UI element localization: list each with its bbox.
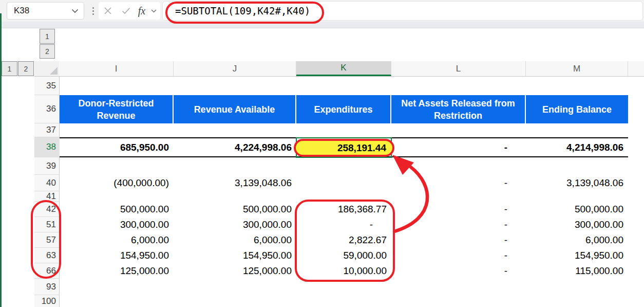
column-header-partial[interactable] [628, 61, 644, 76]
row-header-63[interactable]: 63 [34, 248, 60, 263]
row-header-39[interactable]: 39 [34, 157, 60, 175]
cell-I57[interactable]: 6,000.00 [60, 234, 174, 246]
cell-K51[interactable]: - [296, 219, 391, 230]
row-header-57[interactable]: 57 [34, 232, 60, 248]
table-row-51: 300,000.00 300,000.00 - - 300,000.00 [60, 217, 628, 232]
cell-L63[interactable]: - [391, 250, 526, 261]
window-edge-strip [0, 13, 2, 307]
formula-bar-area: K38 fx =SUBTOTAL(109,K42#,K40) [0, 0, 644, 22]
chevron-down-icon[interactable] [149, 9, 158, 13]
cell-L57[interactable]: - [391, 234, 526, 246]
row-header-42[interactable]: 42 [34, 202, 60, 217]
row-header-41[interactable]: 41 [34, 191, 60, 202]
cell-K57[interactable]: 2,822.67 [296, 234, 391, 246]
highlighted-value-K38: 258,191.44 [294, 139, 394, 157]
table-row-57: 6,000.00 6,000.00 2,822.67 - 6,000.00 [60, 232, 628, 248]
cell-I63[interactable]: 154,950.00 [60, 250, 174, 261]
cell-J57[interactable]: 6,000.00 [174, 234, 296, 246]
cell-I51[interactable]: 300,000.00 [60, 219, 174, 230]
header-cell-revenue-available[interactable]: Revenue Available [174, 95, 296, 123]
cell-K42[interactable]: 186,368.77 [296, 204, 391, 215]
cell-I42[interactable]: 500,000.00 [60, 204, 174, 215]
cell-L42[interactable]: - [391, 204, 526, 215]
excel-window: K38 fx =SUBTOTAL(109,K42#,K40) [0, 0, 644, 307]
formula-input[interactable]: =SUBTOTAL(109,K42#,K40) [162, 1, 643, 21]
cell-M40[interactable]: 3,139,048.06 [526, 177, 628, 189]
cell-M42[interactable]: 500,000.00 [526, 204, 628, 215]
header-cell-expenditures[interactable]: Expenditures [296, 95, 391, 123]
header-cell-net-assets[interactable]: Net Assets Released from Restriction [391, 95, 526, 123]
row-header-36[interactable]: 36 [34, 95, 60, 123]
cell-L38[interactable]: - [391, 142, 526, 153]
cell-M51[interactable]: 300,000.00 [526, 219, 628, 230]
cell-L51[interactable]: - [391, 219, 526, 230]
row-header-38[interactable]: 38 [34, 137, 60, 157]
column-header-K[interactable]: K [296, 61, 391, 76]
header-cell-ending-balance[interactable]: Ending Balance [526, 95, 628, 123]
cell-M57[interactable]: 6,000.00 [526, 234, 628, 246]
formula-bar-divider [0, 22, 644, 28]
row-header-100[interactable]: 100 [34, 295, 60, 307]
select-all-button[interactable] [34, 61, 60, 77]
column-header-M[interactable]: M [526, 61, 628, 76]
row-header-35[interactable]: 35 [34, 77, 60, 95]
column-header-J[interactable]: J [174, 61, 296, 76]
column-header-L[interactable]: L [391, 61, 526, 76]
cell-I38[interactable]: 685,950.00 [60, 142, 174, 153]
cancel-icon[interactable] [99, 7, 117, 15]
column-header-I[interactable]: I [59, 61, 174, 76]
drag-handle-dots-icon[interactable] [90, 4, 96, 17]
table-row-42: 500,000.00 500,000.00 186,368.77 - 500,0… [60, 202, 628, 217]
cell-K66[interactable]: 10,000.00 [296, 265, 391, 277]
row-outline-level-1-button[interactable]: 1 [2, 61, 17, 76]
cell-J40[interactable]: 3,139,048.06 [174, 177, 296, 189]
column-outline-level-1-button[interactable]: 1 [40, 29, 55, 44]
cell-J63[interactable]: 154,950.00 [174, 250, 296, 261]
name-box-value: K38 [7, 6, 71, 16]
cell-J42[interactable]: 500,000.00 [174, 204, 296, 215]
chevron-down-icon[interactable] [71, 9, 79, 13]
cell-J38[interactable]: 4,224,998.06 [174, 142, 296, 153]
table-row-63: 154,950.00 154,950.00 59,000.00 - 154,95… [60, 248, 628, 263]
table-header-row: Donor-Restricted Revenue Revenue Availab… [60, 95, 628, 123]
row-outline-level-2-button[interactable]: 2 [18, 61, 34, 76]
formula-buttons-group: fx [99, 2, 160, 20]
row-header-strip: 35 36 37 38 39 40 41 42 51 57 63 66 93 1… [34, 77, 60, 307]
cell-J51[interactable]: 300,000.00 [174, 219, 296, 230]
row-header-66[interactable]: 66 [34, 263, 60, 279]
enter-icon[interactable] [117, 7, 135, 14]
cell-K38-value: 258,191.44 [337, 142, 386, 154]
column-header-strip: I J K L M [59, 61, 644, 77]
cell-J66[interactable]: 125,000.00 [174, 265, 296, 277]
cell-I40[interactable]: (400,000.00) [60, 177, 174, 189]
table-row-66: 125,000.00 125,000.00 10,000.00 - 115,00… [60, 263, 628, 279]
cell-K63[interactable]: 59,000.00 [296, 250, 391, 261]
column-outline-level-2-button[interactable]: 2 [40, 44, 55, 59]
row-header-51[interactable]: 51 [34, 217, 60, 232]
cell-M38[interactable]: 4,214,998.06 [526, 142, 628, 153]
cell-L40[interactable]: - [391, 177, 526, 189]
name-box[interactable]: K38 [7, 2, 84, 20]
cell-M66[interactable]: 115,000.00 [526, 265, 628, 277]
insert-function-icon[interactable]: fx [135, 5, 149, 17]
formula-text: =SUBTOTAL(109,K42#,K40) [163, 5, 310, 16]
table-row-40: (400,000.00) 3,139,048.06 - 3,139,048.06 [60, 175, 628, 191]
cell-I66[interactable]: 125,000.00 [60, 265, 174, 277]
row-header-93[interactable]: 93 [34, 279, 60, 295]
row-header-40[interactable]: 40 [34, 175, 60, 191]
cell-M63[interactable]: 154,950.00 [526, 250, 628, 261]
header-cell-donor-restricted[interactable]: Donor-Restricted Revenue [60, 95, 174, 123]
row-header-37[interactable]: 37 [34, 123, 60, 137]
select-all-triangle-icon [50, 67, 58, 75]
cell-L66[interactable]: - [391, 265, 526, 277]
